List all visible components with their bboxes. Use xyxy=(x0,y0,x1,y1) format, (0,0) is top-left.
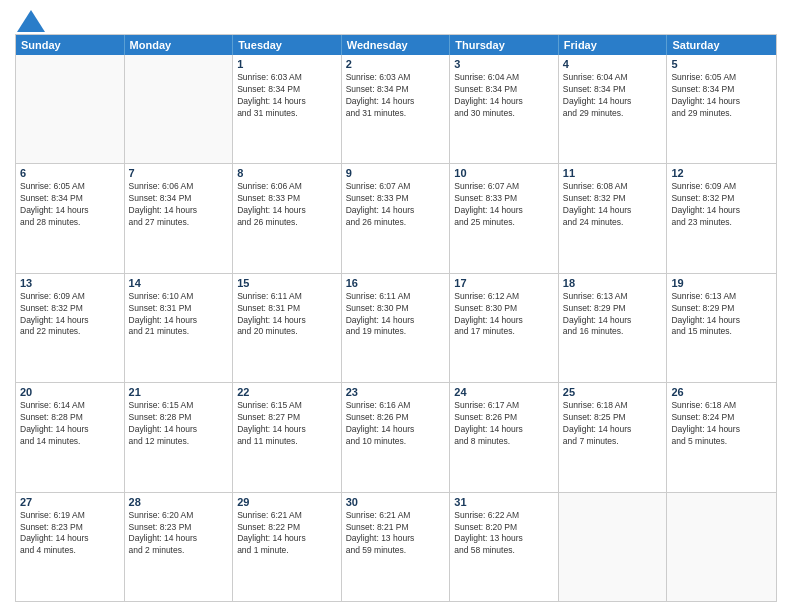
cal-day-27: 27Sunrise: 6:19 AM Sunset: 8:23 PM Dayli… xyxy=(16,493,125,601)
day-info: Sunrise: 6:16 AM Sunset: 8:26 PM Dayligh… xyxy=(346,400,446,448)
day-info: Sunrise: 6:05 AM Sunset: 8:34 PM Dayligh… xyxy=(20,181,120,229)
cal-day-25: 25Sunrise: 6:18 AM Sunset: 8:25 PM Dayli… xyxy=(559,383,668,491)
day-number: 18 xyxy=(563,277,663,289)
logo-icon xyxy=(17,10,45,32)
day-info: Sunrise: 6:21 AM Sunset: 8:22 PM Dayligh… xyxy=(237,510,337,558)
cal-day-4: 4Sunrise: 6:04 AM Sunset: 8:34 PM Daylig… xyxy=(559,55,668,163)
calendar: SundayMondayTuesdayWednesdayThursdayFrid… xyxy=(15,34,777,602)
cal-day-7: 7Sunrise: 6:06 AM Sunset: 8:34 PM Daylig… xyxy=(125,164,234,272)
cal-empty-cell xyxy=(667,493,776,601)
cal-header-tuesday: Tuesday xyxy=(233,35,342,55)
cal-day-9: 9Sunrise: 6:07 AM Sunset: 8:33 PM Daylig… xyxy=(342,164,451,272)
day-info: Sunrise: 6:03 AM Sunset: 8:34 PM Dayligh… xyxy=(346,72,446,120)
cal-day-29: 29Sunrise: 6:21 AM Sunset: 8:22 PM Dayli… xyxy=(233,493,342,601)
calendar-week-4: 20Sunrise: 6:14 AM Sunset: 8:28 PM Dayli… xyxy=(16,382,776,491)
day-info: Sunrise: 6:03 AM Sunset: 8:34 PM Dayligh… xyxy=(237,72,337,120)
cal-day-26: 26Sunrise: 6:18 AM Sunset: 8:24 PM Dayli… xyxy=(667,383,776,491)
day-number: 15 xyxy=(237,277,337,289)
cal-day-18: 18Sunrise: 6:13 AM Sunset: 8:29 PM Dayli… xyxy=(559,274,668,382)
cal-day-31: 31Sunrise: 6:22 AM Sunset: 8:20 PM Dayli… xyxy=(450,493,559,601)
day-info: Sunrise: 6:21 AM Sunset: 8:21 PM Dayligh… xyxy=(346,510,446,558)
day-number: 11 xyxy=(563,167,663,179)
cal-day-8: 8Sunrise: 6:06 AM Sunset: 8:33 PM Daylig… xyxy=(233,164,342,272)
cal-day-5: 5Sunrise: 6:05 AM Sunset: 8:34 PM Daylig… xyxy=(667,55,776,163)
day-number: 16 xyxy=(346,277,446,289)
cal-day-1: 1Sunrise: 6:03 AM Sunset: 8:34 PM Daylig… xyxy=(233,55,342,163)
day-info: Sunrise: 6:08 AM Sunset: 8:32 PM Dayligh… xyxy=(563,181,663,229)
day-info: Sunrise: 6:11 AM Sunset: 8:30 PM Dayligh… xyxy=(346,291,446,339)
cal-day-28: 28Sunrise: 6:20 AM Sunset: 8:23 PM Dayli… xyxy=(125,493,234,601)
day-number: 13 xyxy=(20,277,120,289)
day-info: Sunrise: 6:07 AM Sunset: 8:33 PM Dayligh… xyxy=(346,181,446,229)
cal-day-23: 23Sunrise: 6:16 AM Sunset: 8:26 PM Dayli… xyxy=(342,383,451,491)
day-number: 25 xyxy=(563,386,663,398)
day-number: 23 xyxy=(346,386,446,398)
cal-day-3: 3Sunrise: 6:04 AM Sunset: 8:34 PM Daylig… xyxy=(450,55,559,163)
day-info: Sunrise: 6:12 AM Sunset: 8:30 PM Dayligh… xyxy=(454,291,554,339)
day-number: 22 xyxy=(237,386,337,398)
cal-day-17: 17Sunrise: 6:12 AM Sunset: 8:30 PM Dayli… xyxy=(450,274,559,382)
header xyxy=(15,10,777,28)
cal-day-16: 16Sunrise: 6:11 AM Sunset: 8:30 PM Dayli… xyxy=(342,274,451,382)
cal-empty-cell xyxy=(16,55,125,163)
cal-day-6: 6Sunrise: 6:05 AM Sunset: 8:34 PM Daylig… xyxy=(16,164,125,272)
calendar-body: 1Sunrise: 6:03 AM Sunset: 8:34 PM Daylig… xyxy=(16,55,776,601)
day-info: Sunrise: 6:18 AM Sunset: 8:24 PM Dayligh… xyxy=(671,400,772,448)
day-info: Sunrise: 6:07 AM Sunset: 8:33 PM Dayligh… xyxy=(454,181,554,229)
cal-day-19: 19Sunrise: 6:13 AM Sunset: 8:29 PM Dayli… xyxy=(667,274,776,382)
day-number: 2 xyxy=(346,58,446,70)
day-number: 17 xyxy=(454,277,554,289)
day-info: Sunrise: 6:13 AM Sunset: 8:29 PM Dayligh… xyxy=(671,291,772,339)
day-number: 10 xyxy=(454,167,554,179)
day-number: 20 xyxy=(20,386,120,398)
day-info: Sunrise: 6:13 AM Sunset: 8:29 PM Dayligh… xyxy=(563,291,663,339)
cal-header-monday: Monday xyxy=(125,35,234,55)
day-number: 31 xyxy=(454,496,554,508)
cal-empty-cell xyxy=(559,493,668,601)
day-info: Sunrise: 6:18 AM Sunset: 8:25 PM Dayligh… xyxy=(563,400,663,448)
day-info: Sunrise: 6:09 AM Sunset: 8:32 PM Dayligh… xyxy=(20,291,120,339)
day-info: Sunrise: 6:15 AM Sunset: 8:27 PM Dayligh… xyxy=(237,400,337,448)
calendar-week-3: 13Sunrise: 6:09 AM Sunset: 8:32 PM Dayli… xyxy=(16,273,776,382)
day-info: Sunrise: 6:11 AM Sunset: 8:31 PM Dayligh… xyxy=(237,291,337,339)
cal-day-13: 13Sunrise: 6:09 AM Sunset: 8:32 PM Dayli… xyxy=(16,274,125,382)
day-number: 24 xyxy=(454,386,554,398)
day-number: 5 xyxy=(671,58,772,70)
cal-day-2: 2Sunrise: 6:03 AM Sunset: 8:34 PM Daylig… xyxy=(342,55,451,163)
cal-day-21: 21Sunrise: 6:15 AM Sunset: 8:28 PM Dayli… xyxy=(125,383,234,491)
calendar-week-2: 6Sunrise: 6:05 AM Sunset: 8:34 PM Daylig… xyxy=(16,163,776,272)
day-number: 26 xyxy=(671,386,772,398)
cal-day-15: 15Sunrise: 6:11 AM Sunset: 8:31 PM Dayli… xyxy=(233,274,342,382)
calendar-page: SundayMondayTuesdayWednesdayThursdayFrid… xyxy=(0,0,792,612)
cal-empty-cell xyxy=(125,55,234,163)
logo xyxy=(15,10,45,28)
day-number: 14 xyxy=(129,277,229,289)
cal-day-10: 10Sunrise: 6:07 AM Sunset: 8:33 PM Dayli… xyxy=(450,164,559,272)
day-info: Sunrise: 6:05 AM Sunset: 8:34 PM Dayligh… xyxy=(671,72,772,120)
cal-day-12: 12Sunrise: 6:09 AM Sunset: 8:32 PM Dayli… xyxy=(667,164,776,272)
day-info: Sunrise: 6:09 AM Sunset: 8:32 PM Dayligh… xyxy=(671,181,772,229)
day-number: 27 xyxy=(20,496,120,508)
cal-header-sunday: Sunday xyxy=(16,35,125,55)
day-number: 8 xyxy=(237,167,337,179)
cal-header-wednesday: Wednesday xyxy=(342,35,451,55)
day-info: Sunrise: 6:20 AM Sunset: 8:23 PM Dayligh… xyxy=(129,510,229,558)
day-info: Sunrise: 6:15 AM Sunset: 8:28 PM Dayligh… xyxy=(129,400,229,448)
day-number: 7 xyxy=(129,167,229,179)
day-info: Sunrise: 6:10 AM Sunset: 8:31 PM Dayligh… xyxy=(129,291,229,339)
cal-header-friday: Friday xyxy=(559,35,668,55)
calendar-week-1: 1Sunrise: 6:03 AM Sunset: 8:34 PM Daylig… xyxy=(16,55,776,163)
day-number: 12 xyxy=(671,167,772,179)
day-number: 19 xyxy=(671,277,772,289)
cal-day-22: 22Sunrise: 6:15 AM Sunset: 8:27 PM Dayli… xyxy=(233,383,342,491)
cal-day-20: 20Sunrise: 6:14 AM Sunset: 8:28 PM Dayli… xyxy=(16,383,125,491)
day-info: Sunrise: 6:04 AM Sunset: 8:34 PM Dayligh… xyxy=(563,72,663,120)
cal-day-24: 24Sunrise: 6:17 AM Sunset: 8:26 PM Dayli… xyxy=(450,383,559,491)
day-info: Sunrise: 6:06 AM Sunset: 8:33 PM Dayligh… xyxy=(237,181,337,229)
day-number: 9 xyxy=(346,167,446,179)
cal-day-11: 11Sunrise: 6:08 AM Sunset: 8:32 PM Dayli… xyxy=(559,164,668,272)
cal-header-saturday: Saturday xyxy=(667,35,776,55)
day-info: Sunrise: 6:19 AM Sunset: 8:23 PM Dayligh… xyxy=(20,510,120,558)
day-number: 30 xyxy=(346,496,446,508)
day-info: Sunrise: 6:04 AM Sunset: 8:34 PM Dayligh… xyxy=(454,72,554,120)
